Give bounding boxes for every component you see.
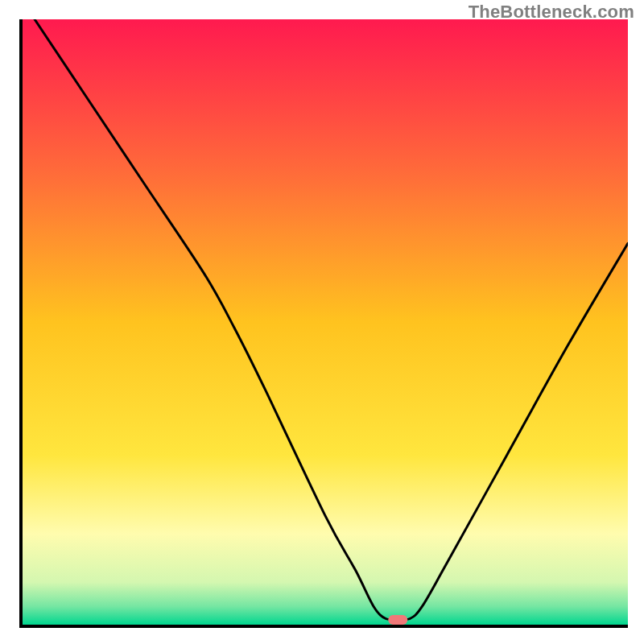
plot-area [19,19,628,628]
chart-frame: TheBottleneck.com [0,0,644,644]
chart-svg [23,19,628,625]
chart-background [23,19,628,625]
optimal-marker [388,615,407,625]
